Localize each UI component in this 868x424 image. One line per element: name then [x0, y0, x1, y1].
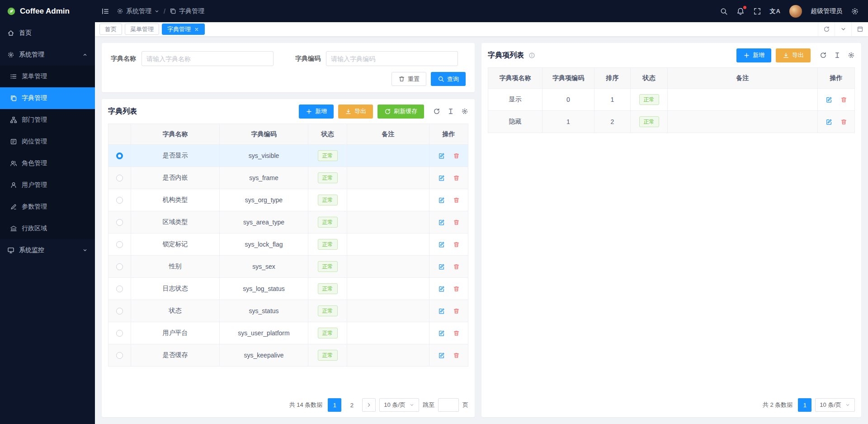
username[interactable]: 超级管理员 [811, 7, 842, 15]
tab-menu-mgmt[interactable]: 菜单管理 [125, 24, 159, 35]
delete-button[interactable] [453, 286, 460, 292]
delete-button[interactable] [453, 352, 460, 359]
sidebar-item-menu-mgmt[interactable]: 菜单管理 [0, 66, 95, 87]
edit-button[interactable] [826, 96, 832, 103]
dict-name-input[interactable] [142, 51, 274, 66]
sidebar-item-role-mgmt[interactable]: 角色管理 [0, 152, 95, 174]
sidebar-item-user-mgmt[interactable]: 用户管理 [0, 174, 95, 196]
settings-button[interactable] [851, 7, 859, 15]
row-radio[interactable] [116, 241, 123, 248]
row-radio[interactable] [116, 197, 123, 204]
status-badge: 正常 [318, 305, 338, 316]
item-add-button[interactable]: 新增 [736, 48, 771, 62]
sidebar-item-dict-mgmt[interactable]: 字典管理 [0, 87, 95, 109]
delete-button[interactable] [453, 152, 460, 159]
table-row[interactable]: 是否缓存 sys_keepalive 正常 [108, 344, 468, 367]
sidebar-item-param-mgmt[interactable]: 参数管理 [0, 196, 95, 218]
translate-button[interactable]: 文A [770, 7, 781, 15]
search-button[interactable] [720, 7, 728, 15]
row-radio[interactable] [116, 352, 123, 359]
delete-button[interactable] [453, 330, 460, 337]
table-row[interactable]: 隐藏 1 2 正常 [488, 111, 855, 133]
page-jump: 跳至 页 [423, 398, 468, 412]
edit-button[interactable] [438, 197, 445, 204]
sidebar-item-home[interactable]: 首页 [0, 22, 95, 44]
item-export-button[interactable]: 导出 [776, 48, 811, 62]
delete-button[interactable] [453, 263, 460, 270]
edit-button[interactable] [438, 308, 445, 314]
edit-button[interactable] [438, 263, 445, 270]
delete-button[interactable] [453, 175, 460, 181]
table-row[interactable]: 日志状态 sys_log_status 正常 [108, 278, 468, 300]
page-size-select[interactable]: 10 条/页 [379, 398, 419, 412]
row-radio[interactable] [116, 308, 123, 314]
edit-button[interactable] [438, 175, 445, 181]
tab-close-icon[interactable] [194, 27, 199, 32]
table-row[interactable]: 状态 sys_status 正常 [108, 300, 468, 322]
content-fullscreen-button[interactable] [851, 22, 868, 36]
reset-button[interactable]: 重置 [392, 72, 426, 86]
sidebar-item-monitor[interactable]: 系统监控 [0, 239, 95, 261]
page-size-select[interactable]: 10 条/页 [815, 398, 855, 412]
row-radio[interactable] [116, 175, 123, 181]
table-row[interactable]: 区域类型 sys_area_type 正常 [108, 211, 468, 233]
table-size-button[interactable] [834, 52, 841, 59]
page-jump-input[interactable] [438, 398, 459, 412]
table-refresh-button[interactable] [433, 108, 440, 115]
tabs-options-button[interactable] [835, 22, 851, 36]
table-settings-button[interactable] [461, 108, 468, 115]
table-row[interactable]: 用户平台 sys_user_platform 正常 [108, 322, 468, 344]
edit-button[interactable] [438, 330, 445, 337]
avatar[interactable] [789, 5, 802, 18]
dict-code-input[interactable] [326, 51, 458, 66]
menu-fold-button[interactable] [101, 7, 109, 15]
row-radio[interactable] [116, 219, 123, 226]
delete-button[interactable] [840, 119, 847, 125]
row-radio[interactable] [116, 330, 123, 337]
edit-button[interactable] [438, 152, 445, 159]
query-button[interactable]: 查询 [431, 72, 466, 86]
delete-button[interactable] [840, 96, 847, 103]
page-button-1[interactable]: 1 [798, 398, 811, 412]
table-row[interactable]: 显示 0 1 正常 [488, 89, 855, 111]
table-row[interactable]: 是否内嵌 sys_frame 正常 [108, 167, 468, 189]
fullscreen-button[interactable] [753, 7, 761, 15]
sidebar-item-system[interactable]: 系统管理 [0, 44, 95, 66]
table-settings-button[interactable] [848, 52, 855, 59]
table-size-button[interactable] [447, 108, 454, 115]
edit-button[interactable] [438, 241, 445, 248]
notification-button[interactable] [736, 7, 745, 15]
add-button[interactable]: 新增 [299, 105, 334, 119]
row-radio[interactable] [116, 152, 123, 159]
delete-button[interactable] [453, 241, 460, 248]
next-page-button[interactable] [362, 398, 376, 412]
edit-button[interactable] [438, 219, 445, 226]
table-row[interactable]: 锁定标记 sys_lock_flag 正常 [108, 233, 468, 256]
edit-button[interactable] [438, 286, 445, 292]
table-refresh-button[interactable] [820, 52, 827, 59]
tab-home[interactable]: 首页 [99, 24, 122, 35]
table-row[interactable]: 是否显示 sys_visible 正常 [108, 145, 468, 167]
delete-button[interactable] [453, 219, 460, 226]
export-button[interactable]: 导出 [338, 105, 373, 119]
delete-button[interactable] [453, 308, 460, 314]
row-radio[interactable] [116, 263, 123, 270]
page-button-1[interactable]: 1 [328, 398, 341, 412]
edit-button[interactable] [826, 119, 832, 125]
table-row[interactable]: 机构类型 sys_org_type 正常 [108, 189, 468, 211]
tab-dict-mgmt[interactable]: 字典管理 [162, 24, 205, 35]
breadcrumb-item-system[interactable]: 系统管理 [117, 7, 160, 15]
breadcrumb-item-dict[interactable]: 字典管理 [170, 7, 204, 15]
sidebar-item-dept-mgmt[interactable]: 部门管理 [0, 109, 95, 131]
sidebar-item-region-mgmt[interactable]: 行政区域 [0, 218, 95, 239]
role-icon [10, 160, 17, 167]
edit-button[interactable] [438, 352, 445, 359]
sidebar-item-post-mgmt[interactable]: 岗位管理 [0, 131, 95, 152]
tabs-refresh-button[interactable] [818, 22, 835, 36]
chevron-down-icon [845, 402, 850, 408]
delete-button[interactable] [453, 197, 460, 204]
row-radio[interactable] [116, 286, 123, 292]
table-row[interactable]: 性别 sys_sex 正常 [108, 256, 468, 278]
refresh-cache-button[interactable]: 刷新缓存 [377, 105, 424, 119]
page-button-2[interactable]: 2 [345, 398, 359, 412]
